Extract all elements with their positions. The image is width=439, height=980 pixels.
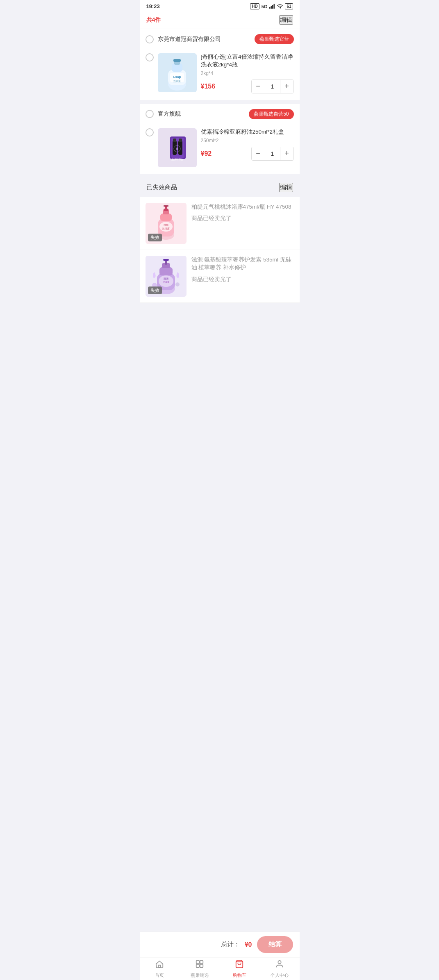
expired-image-1: 桃桃 沐浴露 失效 <box>146 203 187 244</box>
expired-name-1: 柏缇元气桃桃沐浴露475ml/瓶 HY 47508 <box>191 203 294 211</box>
expired-name-2: 滋源 氨基酸臻萃奢养护发素 535ml 无硅油 植萃奢养 补水修护 <box>191 256 294 272</box>
svg-point-31 <box>159 222 173 232</box>
svg-rect-0 <box>269 7 271 9</box>
product-item-1: Lsap 洗衣液 [奇丽心选]立富4倍浓缩持久留香洁净洗衣液2kg*4瓶 2kg… <box>140 49 300 100</box>
battery-icon: 61 <box>285 3 293 9</box>
svg-rect-19 <box>179 139 182 142</box>
svg-point-22 <box>176 148 178 150</box>
svg-text:滋源: 滋源 <box>164 277 168 280</box>
product-image-2: 亚麻籽油 <box>158 128 197 167</box>
expired-title: 已失效商品 <box>146 184 177 191</box>
seller-badge-2: 燕巢甄选自营50 <box>249 109 293 119</box>
expired-status-1: 商品已经卖光了 <box>191 215 294 222</box>
svg-rect-26 <box>160 214 172 221</box>
seller-header-2: 官方旗舰 燕巢甄选自营50 <box>140 104 300 124</box>
count-prefix: 共 <box>146 16 152 23</box>
expired-edit-button[interactable]: 编辑 <box>279 183 293 192</box>
svg-rect-9 <box>173 59 181 62</box>
main-content: 东莞市道冠商贸有限公司 燕巢甄选它营 Lsap <box>140 29 300 348</box>
qty-control-2: − 1 + <box>251 147 294 161</box>
svg-text:Lsap: Lsap <box>173 75 181 79</box>
qty-decrease-2[interactable]: − <box>252 147 265 160</box>
product-spec-1: 2kg*4 <box>201 70 294 76</box>
qty-value-1: 1 <box>265 80 280 93</box>
svg-rect-2 <box>272 5 273 9</box>
qty-value-2: 1 <box>265 147 280 160</box>
seller-name-1: 东莞市道冠商贸有限公司 <box>158 36 221 43</box>
5g-icon: 5G <box>262 4 268 9</box>
expired-badge-1: 失效 <box>148 234 162 241</box>
svg-rect-30 <box>164 205 168 207</box>
header-bar: 共4件 编辑 <box>140 11 300 29</box>
svg-text:洗衣液: 洗衣液 <box>173 80 181 82</box>
expired-items-container: 桃桃 沐浴露 失效 柏缇元气桃桃沐浴露475ml/瓶 HY 47508 商品已经… <box>140 197 300 303</box>
svg-rect-18 <box>173 139 176 142</box>
product-info-1: [奇丽心选]立富4倍浓缩持久留香洁净洗衣液2kg*4瓶 2kg*4 ¥156 −… <box>201 53 294 93</box>
seller-section-1: 东莞市道冠商贸有限公司 燕巢甄选它营 Lsap <box>140 29 300 100</box>
svg-rect-37 <box>159 267 173 275</box>
product-item-2: 亚麻籽油 优素福冷榨亚麻籽油250ml*2礼盒 250ml*2 ¥92 − 1 … <box>140 124 300 174</box>
seller-left-2: 官方旗舰 <box>146 110 181 118</box>
product-price-row-2: ¥92 − 1 + <box>201 147 294 161</box>
expired-info-1: 柏缇元气桃桃沐浴露475ml/瓶 HY 47508 商品已经卖光了 <box>191 203 294 223</box>
svg-rect-16 <box>173 141 177 155</box>
item-count: 共4件 <box>146 16 161 24</box>
product-price-1: ¥156 <box>201 83 216 90</box>
expired-item-1: 桃桃 沐浴露 失效 柏缇元气桃桃沐浴露475ml/瓶 HY 47508 商品已经… <box>140 197 300 250</box>
svg-rect-1 <box>271 6 272 9</box>
seller-section-2: 官方旗舰 燕巢甄选自营50 亚麻籽油 <box>140 104 300 174</box>
status-bar: 19:23 HD 5G 61 <box>140 0 300 11</box>
product-price-2: ¥92 <box>201 150 212 157</box>
hd-icon: HD <box>250 3 259 9</box>
svg-rect-40 <box>163 259 169 261</box>
svg-rect-3 <box>274 4 275 9</box>
wifi-icon <box>277 4 283 9</box>
svg-text:护发素: 护发素 <box>162 281 169 283</box>
status-time: 19:23 <box>146 3 160 9</box>
count-suffix: 件 <box>155 16 161 23</box>
svg-text:亚麻籽油: 亚麻籽油 <box>171 158 183 161</box>
svg-point-45 <box>175 282 180 286</box>
product-radio-1[interactable] <box>146 53 154 61</box>
product-image-1: Lsap 洗衣液 <box>158 53 197 92</box>
qty-increase-2[interactable]: + <box>280 147 293 160</box>
expired-badge-2: 失效 <box>148 286 162 294</box>
expired-item-2: 滋源 护发素 失效 滋源 氨基酸臻萃奢养护发素 535ml 无硅油 植萃奢养 补… <box>140 250 300 303</box>
seller-name-2: 官方旗舰 <box>158 110 181 118</box>
seller-badge-1: 燕巢甄选它营 <box>255 34 294 44</box>
svg-text:沐浴露: 沐浴露 <box>162 227 170 230</box>
product-name-1: [奇丽心选]立富4倍浓缩持久留香洁净洗衣液2kg*4瓶 <box>201 53 294 69</box>
seller-radio-2[interactable] <box>146 110 154 118</box>
expired-status-2: 商品已经卖光了 <box>191 276 294 283</box>
product-spec-2: 250ml*2 <box>201 138 294 143</box>
header-edit-button[interactable]: 编辑 <box>279 15 293 25</box>
qty-control-1: − 1 + <box>251 80 294 93</box>
seller-header-1: 东莞市道冠商贸有限公司 燕巢甄选它营 <box>140 29 300 49</box>
product-price-row-1: ¥156 − 1 + <box>201 80 294 93</box>
qty-increase-1[interactable]: + <box>280 80 293 93</box>
product-info-2: 优素福冷榨亚麻籽油250ml*2礼盒 250ml*2 ¥92 − 1 + <box>201 128 294 161</box>
status-icons: HD 5G 61 <box>250 3 293 9</box>
expired-info-2: 滋源 氨基酸臻萃奢养护发素 535ml 无硅油 植萃奢养 补水修护 商品已经卖光… <box>191 256 294 283</box>
expired-image-2: 滋源 护发素 失效 <box>146 256 187 297</box>
seller-left-1: 东莞市道冠商贸有限公司 <box>146 35 221 43</box>
signal-icon <box>269 4 275 9</box>
qty-decrease-1[interactable]: − <box>252 80 265 93</box>
product-radio-2[interactable] <box>146 128 154 136</box>
svg-text:桃桃: 桃桃 <box>164 224 168 226</box>
expired-section-header: 已失效商品 编辑 <box>140 178 300 197</box>
seller-radio-1[interactable] <box>146 35 154 43</box>
product-name-2: 优素福冷榨亚麻籽油250ml*2礼盒 <box>201 128 294 136</box>
